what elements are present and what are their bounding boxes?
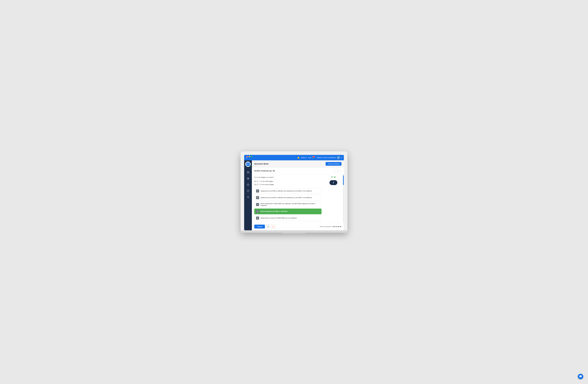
logo-inner: AP	[246, 162, 250, 166]
flag-button[interactable]	[271, 225, 275, 229]
statement-2: (2) 3n + 2 is an even integer.	[254, 183, 321, 186]
traffic-yellow	[249, 156, 250, 157]
chevron-down-icon: ▾	[306, 157, 307, 158]
pause-button[interactable]: ⏸	[330, 180, 337, 185]
sidebar: AP	[244, 160, 252, 230]
question-right-panel: ⏱ 30 ⏸	[324, 174, 343, 223]
gmat-selector[interactable]: GMAT ▾	[301, 157, 307, 158]
prev-question-button[interactable]: ‹	[334, 169, 338, 172]
page-header: Question Bank Change Reading	[252, 160, 344, 167]
sidebar-item-brain[interactable]	[246, 176, 251, 181]
cart-badge: 3	[313, 156, 315, 158]
content-area: Question Bank Change Reading Number Prop…	[252, 160, 344, 230]
star-1[interactable]: ★	[332, 226, 334, 228]
sidebar-logo[interactable]: AP	[245, 161, 251, 167]
star-4[interactable]: ★	[338, 226, 339, 228]
top-nav-bar: ≡ 🔔 GMAT ▾ Cart 🛒 3 Welcome, Simon Analy…	[244, 155, 344, 160]
answer-options: A Statement (1) ALONE is sufficient but …	[254, 188, 321, 221]
option-a-label: A	[256, 189, 259, 193]
question-category: Number Properties (Q. 78)	[254, 170, 275, 172]
user-chevron-icon: ▾	[341, 157, 342, 158]
timer-display: ⏱ 30	[331, 176, 336, 178]
svg-rect-3	[247, 173, 248, 173]
page-title: Question Bank	[254, 163, 269, 165]
svg-rect-2	[248, 173, 249, 173]
option-b[interactable]: B Statement (2) ALONE is sufficient but …	[254, 195, 321, 201]
question-body: If n is an integer, is n even? (1) n2 + …	[252, 174, 344, 223]
sidebar-item-pricing[interactable]	[246, 194, 251, 200]
star-2[interactable]: ★	[334, 226, 336, 228]
scrollbar[interactable]	[343, 174, 344, 223]
timer-icon: ⏱	[331, 176, 333, 178]
traffic-red	[247, 156, 248, 157]
option-e-label: E	[256, 217, 259, 220]
cart-button[interactable]: Cart 🛒 3	[308, 157, 314, 159]
question-text: If n is an integer, is n even?	[254, 176, 321, 179]
question-nav-arrows: ‹ ›	[334, 169, 341, 172]
sidebar-item-help[interactable]	[246, 188, 251, 194]
laptop-base	[241, 230, 347, 233]
change-reading-button[interactable]: Change Reading	[326, 162, 341, 166]
svg-rect-1	[248, 172, 249, 172]
sidebar-item-video[interactable]	[246, 182, 251, 187]
option-b-label: B	[256, 196, 259, 199]
scrollbar-thumb	[343, 175, 344, 185]
option-c-text: BOTH statements TOGETHER are sufficient,…	[261, 203, 320, 206]
logo-text: AP	[247, 163, 249, 165]
option-d-label: D	[256, 210, 259, 213]
option-a[interactable]: A Statement (1) ALONE is sufficient but …	[254, 188, 321, 194]
star-5[interactable]: ★	[340, 226, 341, 228]
online-indicator	[250, 166, 251, 167]
option-d-text: EACH statement ALONE is sufficient.	[261, 210, 288, 212]
traffic-green	[251, 156, 252, 157]
next-question-button[interactable]: ›	[338, 169, 341, 172]
option-e[interactable]: E Statements (1) and (2) TOGETHER are no…	[254, 215, 321, 221]
validate-button[interactable]: Validate	[254, 225, 265, 228]
option-e-text: Statements (1) and (2) TOGETHER are not …	[261, 217, 297, 219]
option-a-text: Statement (1) ALONE is sufficient but st…	[261, 190, 312, 192]
notification-bell-icon[interactable]: 🔔	[297, 157, 300, 159]
bookmark-button[interactable]	[266, 225, 270, 229]
question-left-panel: If n is an integer, is n even? (1) n2 + …	[252, 174, 324, 223]
question-header: Number Properties (Q. 78) ‹ ›	[252, 167, 344, 174]
option-b-text: Statement (2) ALONE is sufficient but st…	[261, 197, 312, 199]
star-3[interactable]: ★	[336, 226, 338, 228]
timer-value: 30	[334, 176, 336, 178]
question-container: Number Properties (Q. 78) ‹ › If n is an…	[252, 167, 344, 230]
statement-1: (1) n2 + 1 is an odd integer.	[254, 180, 321, 182]
rate-section: Rate this Question ★ ★ ★ ★ ★	[320, 226, 341, 228]
option-c[interactable]: C BOTH statements TOGETHER are sufficien…	[254, 202, 321, 208]
bottom-bar: Validate Rate this Question ★ ★	[252, 223, 344, 230]
chat-button[interactable]	[578, 374, 583, 379]
avatar: AP	[336, 156, 340, 159]
svg-rect-0	[247, 172, 248, 172]
svg-point-5	[247, 184, 249, 186]
option-c-label: C	[256, 203, 259, 206]
sidebar-item-dashboard[interactable]	[246, 170, 251, 175]
option-d[interactable]: D EACH statement ALONE is sufficient.	[254, 209, 321, 214]
stars-container[interactable]: ★ ★ ★ ★ ★	[332, 226, 341, 228]
svg-marker-6	[248, 184, 249, 185]
rate-label: Rate this Question	[320, 226, 332, 227]
user-info: Welcome, Simon AnalystPrep AP ▾	[315, 156, 342, 159]
